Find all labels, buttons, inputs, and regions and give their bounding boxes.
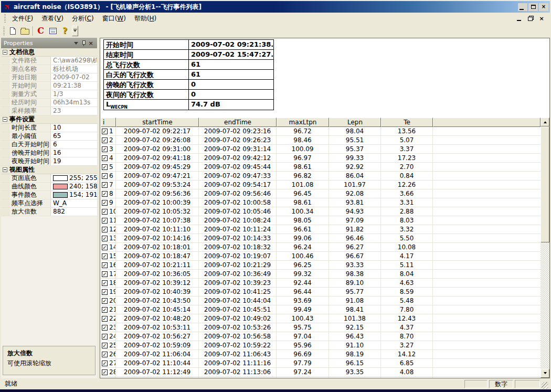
row-checkbox[interactable]: ✓: [102, 129, 108, 134]
table-row[interactable]: ✓162009-07-02 10:21:112009-07-02 10:21:2…: [101, 261, 541, 270]
row-checkbox[interactable]: ✓: [102, 280, 108, 286]
color-swatch[interactable]: [53, 192, 68, 198]
property-value[interactable]: 154; 191; 18: [51, 191, 97, 199]
property-value[interactable]: 240; 158; 15: [51, 183, 97, 190]
property-value[interactable]: 09:21:38: [51, 82, 97, 90]
row-checkbox[interactable]: ✓: [102, 334, 108, 340]
row-checkbox[interactable]: ✓: [102, 227, 108, 232]
row-checkbox[interactable]: ✓: [102, 316, 108, 322]
table-row[interactable]: ✓92009-07-02 10:00:392009-07-02 10:00:58…: [101, 198, 541, 207]
properties-button[interactable]: [47, 25, 59, 37]
row-checkbox[interactable]: ✓: [102, 253, 108, 259]
row-checkbox[interactable]: ✓: [102, 236, 108, 241]
row-checkbox[interactable]: ✓: [102, 245, 108, 250]
maximize-button[interactable]: [528, 3, 538, 11]
table-row[interactable]: ✓262009-07-02 11:06:042009-07-02 11:06:4…: [101, 350, 541, 359]
mdi-restore-button[interactable]: [527, 16, 534, 22]
column-header-startTime[interactable]: startTime: [116, 118, 199, 127]
property-value[interactable]: W_A: [51, 199, 97, 207]
property-value[interactable]: 23: [51, 107, 97, 115]
row-checkbox[interactable]: ✓: [102, 262, 108, 268]
table-row[interactable]: ✓82009-07-02 09:56:362009-07-02 09:56:46…: [101, 189, 541, 198]
property-value[interactable]: C:\awa6298\机场: [51, 57, 97, 65]
table-row[interactable]: ✓62009-07-02 09:47:212009-07-02 09:47:33…: [101, 172, 541, 181]
close-button[interactable]: ×: [539, 3, 548, 11]
panel-close-button[interactable]: ×: [87, 39, 94, 47]
color-swatch[interactable]: [53, 184, 68, 189]
table-row[interactable]: ✓102009-07-02 10:05:322009-07-02 10:05:4…: [101, 207, 541, 216]
row-checkbox[interactable]: ✓: [102, 298, 108, 304]
table-row[interactable]: ✓182009-07-02 10:39:122009-07-02 10:39:2…: [101, 279, 541, 288]
menu-item-f[interactable]: 文件(F): [8, 13, 37, 24]
column-header-endTime[interactable]: endTime: [199, 118, 277, 127]
row-checkbox[interactable]: ✓: [102, 155, 108, 161]
row-checkbox[interactable]: ✓: [102, 200, 108, 206]
section-header-view-props[interactable]: 视图属性: [1, 166, 97, 174]
table-row[interactable]: ✓172009-07-02 10:36:052009-07-02 10:36:4…: [101, 270, 541, 279]
row-checkbox[interactable]: ✓: [102, 146, 108, 152]
property-value[interactable]: 2009-07-02: [51, 73, 97, 81]
help-button[interactable]: ?: [59, 25, 71, 37]
row-checkbox[interactable]: ✓: [102, 164, 108, 170]
property-value[interactable]: 6: [51, 141, 97, 149]
table-row[interactable]: ✓22009-07-02 09:26:082009-07-02 09:26:23…: [101, 136, 541, 145]
new-document-button[interactable]: [7, 25, 19, 37]
table-row[interactable]: ✓272009-07-02 11:10:442009-07-02 11:11:1…: [101, 359, 541, 368]
row-checkbox[interactable]: ✓: [102, 343, 108, 348]
row-checkbox[interactable]: ✓: [102, 218, 108, 224]
collapse-icon[interactable]: [3, 50, 7, 55]
open-file-button[interactable]: [19, 25, 31, 37]
table-row[interactable]: ✓42009-07-02 09:41:182009-07-02 09:42:12…: [101, 154, 541, 163]
row-checkbox[interactable]: ✓: [102, 307, 108, 313]
mdi-minimize-button[interactable]: [516, 16, 523, 22]
property-value[interactable]: 65: [51, 132, 97, 140]
table-row[interactable]: ✓132009-07-02 10:14:162009-07-02 10:14:3…: [101, 234, 541, 243]
minimize-button[interactable]: [518, 3, 527, 11]
panel-menu-button[interactable]: [72, 39, 80, 47]
resize-grip[interactable]: [542, 382, 548, 389]
table-row[interactable]: ✓252009-07-02 10:59:092009-07-02 10:59:2…: [101, 341, 541, 350]
toolbar-overflow-button[interactable]: [72, 26, 78, 36]
scrollbar-thumb[interactable]: [541, 126, 549, 242]
column-header-Lepn[interactable]: Lepn: [329, 118, 381, 127]
menu-item-h[interactable]: 帮助(H): [130, 13, 161, 24]
table-row[interactable]: ✓212009-07-02 10:45:142009-07-02 10:45:5…: [101, 305, 541, 314]
property-value[interactable]: 10: [51, 124, 97, 132]
property-value[interactable]: 19: [51, 157, 97, 165]
property-value[interactable]: 255; 255; 25: [51, 174, 97, 182]
table-row[interactable]: ✓12009-07-02 09:22:172009-07-02 09:23:16…: [101, 127, 541, 136]
calibrate-button[interactable]: C: [35, 25, 47, 37]
vertical-scrollbar[interactable]: [541, 118, 549, 378]
menubar-grip[interactable]: [4, 14, 6, 23]
row-checkbox[interactable]: ✓: [102, 352, 108, 357]
table-row[interactable]: ✓222009-07-02 10:48:202009-07-02 10:49:0…: [101, 314, 541, 323]
table-row[interactable]: ✓232009-07-02 10:53:112009-07-02 10:53:2…: [101, 323, 541, 332]
row-checkbox[interactable]: ✓: [102, 271, 108, 277]
properties-panel-header[interactable]: Properties ×: [1, 38, 97, 48]
table-row[interactable]: ✓282009-07-02 11:12:492009-07-02 11:13:0…: [101, 368, 541, 377]
menu-item-v[interactable]: 查看(V): [37, 13, 68, 24]
table-row[interactable]: ✓202009-07-02 10:43:502009-07-02 10:44:0…: [101, 296, 541, 305]
mdi-close-button[interactable]: ×: [538, 16, 545, 22]
scrollbar-up-button[interactable]: [541, 118, 549, 126]
property-value[interactable]: 1/3: [51, 90, 97, 98]
collapse-icon[interactable]: [3, 117, 7, 122]
row-checkbox[interactable]: ✓: [102, 369, 108, 375]
row-checkbox[interactable]: ✓: [102, 289, 108, 295]
property-value[interactable]: 882: [51, 208, 97, 216]
menu-item-w[interactable]: 窗口(W): [98, 13, 130, 24]
table-row[interactable]: ✓142009-07-02 10:18:012009-07-02 10:18:3…: [101, 243, 541, 252]
property-value[interactable]: 栎社机场: [51, 65, 97, 73]
column-header-maxLtpn[interactable]: maxLtpn: [277, 118, 329, 127]
column-header-Te[interactable]: Te: [381, 118, 433, 127]
row-checkbox[interactable]: ✓: [102, 325, 108, 331]
panel-pin-button[interactable]: [80, 39, 87, 47]
table-row[interactable]: ✓242009-07-02 10:56:272009-07-02 10:56:5…: [101, 332, 541, 341]
row-checkbox[interactable]: ✓: [102, 182, 108, 188]
scrollbar-down-button[interactable]: [541, 369, 549, 378]
section-header-event-settings[interactable]: 事件设置: [1, 115, 97, 124]
row-checkbox[interactable]: ✓: [102, 137, 108, 143]
row-checkbox[interactable]: ✓: [102, 173, 108, 179]
collapse-icon[interactable]: [3, 167, 7, 172]
toolbar-grip[interactable]: [3, 27, 5, 35]
